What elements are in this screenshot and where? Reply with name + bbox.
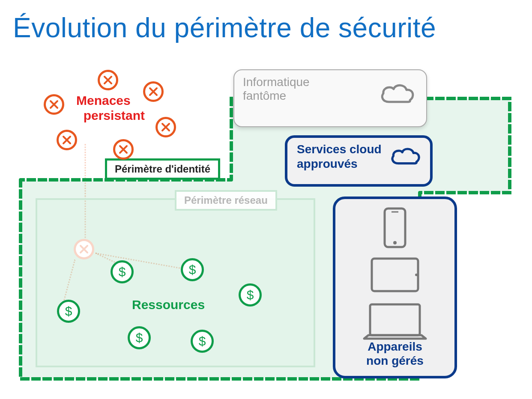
threats-line1: Menaces xyxy=(76,93,131,107)
svg-point-1 xyxy=(393,241,397,244)
cloud-icon xyxy=(378,81,417,110)
resources-label: Ressources xyxy=(132,298,205,312)
svg-rect-5 xyxy=(370,304,420,335)
approved-cloud-line2: approuvés xyxy=(297,157,358,170)
resource-dollar-icon: $ xyxy=(128,326,151,349)
resource-dollar-icon: $ xyxy=(181,258,204,281)
identity-perimeter-label: Périmètre d'identité xyxy=(105,158,220,180)
threat-x-icon xyxy=(143,81,164,102)
threats-line2: persistant xyxy=(84,108,145,122)
network-perimeter-box xyxy=(36,198,315,367)
diagram-title: Évolution du périmètre de sécurité xyxy=(13,12,519,44)
shadow-it-line2: fantôme xyxy=(243,89,286,102)
approved-cloud-box: Services cloud approuvés xyxy=(285,135,433,187)
smartphone-icon xyxy=(382,207,408,252)
shadow-it-box: Informatique fantôme xyxy=(233,69,427,127)
approved-cloud-line1: Services cloud xyxy=(297,143,382,156)
resource-dollar-icon: $ xyxy=(191,330,214,353)
resource-dollar-icon: $ xyxy=(239,283,262,307)
svg-rect-3 xyxy=(372,259,418,291)
shadow-it-line1: Informatique xyxy=(243,75,310,89)
svg-point-4 xyxy=(415,274,418,276)
cloud-icon xyxy=(389,146,422,171)
tablet-icon xyxy=(369,256,421,297)
threat-x-icon xyxy=(57,130,77,150)
network-perimeter-label: Périmètre réseau xyxy=(175,190,277,211)
devices-line1: Appareils xyxy=(368,340,422,353)
threats-label: Menaces persistant xyxy=(76,93,145,123)
threat-x-icon xyxy=(98,70,118,90)
threat-x-icon xyxy=(44,94,64,115)
resource-dollar-icon: $ xyxy=(111,260,134,283)
threat-x-icon xyxy=(155,117,176,137)
resource-dollar-icon: $ xyxy=(57,300,80,323)
devices-line2: non gérés xyxy=(366,354,424,367)
threat-x-icon xyxy=(113,139,134,160)
threat-x-icon xyxy=(74,239,94,259)
unmanaged-devices-box: Appareils non gérés xyxy=(333,197,457,378)
